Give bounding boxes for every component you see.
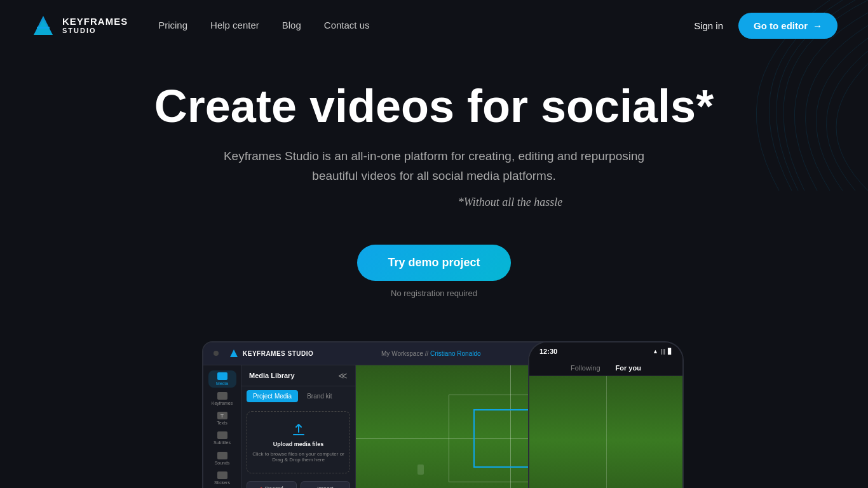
media-buttons: ● Record Import bbox=[241, 481, 355, 488]
sidebar-item-media[interactable]: Media bbox=[208, 370, 236, 388]
app-sidebar: Media Keyframes T Texts Subtitles bbox=[203, 365, 241, 488]
hero-subtitle: Keyframes Studio is an all-in-one platfo… bbox=[212, 147, 656, 186]
tab-project-media[interactable]: Project Media bbox=[247, 390, 298, 402]
import-button[interactable]: Import bbox=[301, 481, 351, 488]
mobile-video-content bbox=[529, 376, 682, 488]
nav-right: Sign in Go to editor → bbox=[694, 13, 837, 39]
media-panel: Media Library ≪ Project Media Brand kit … bbox=[241, 365, 356, 488]
subtitles-icon bbox=[217, 431, 227, 439]
mobile-video bbox=[529, 376, 682, 488]
close-media-panel-icon[interactable]: ≪ bbox=[338, 370, 348, 381]
record-button[interactable]: ● Record bbox=[247, 481, 297, 488]
mobile-status-icons: ▲ ||| ▊ bbox=[653, 348, 672, 355]
nav-link-help[interactable]: Help center bbox=[210, 20, 259, 30]
media-library-title: Media Library bbox=[249, 372, 295, 379]
svg-rect-2 bbox=[37, 27, 50, 29]
sounds-icon bbox=[217, 452, 227, 459]
nav-link-pricing[interactable]: Pricing bbox=[158, 20, 187, 30]
upload-area[interactable]: Upload media files Click to browse files… bbox=[247, 411, 350, 473]
sidebar-item-subtitles[interactable]: Subtitles bbox=[208, 430, 236, 447]
upload-icon bbox=[291, 422, 306, 437]
sidebar-item-sounds[interactable]: Sounds bbox=[208, 450, 236, 467]
navbar: KEYFRAMES STUDIO Pricing Help center Blo… bbox=[0, 0, 868, 51]
wifi-icon: ▲ bbox=[653, 348, 658, 355]
tab-following[interactable]: Following bbox=[571, 364, 600, 372]
sidebar-item-texts[interactable]: T Texts bbox=[208, 410, 236, 427]
logo-text: KEYFRAMES STUDIO bbox=[62, 17, 128, 35]
player-figure bbox=[417, 464, 424, 475]
keyframes-icon bbox=[217, 392, 227, 400]
stickers-icon bbox=[217, 471, 227, 479]
arrow-icon: → bbox=[813, 20, 822, 31]
nav-links: Pricing Help center Blog Contact us bbox=[158, 20, 369, 31]
try-demo-button[interactable]: Try demo project bbox=[357, 245, 510, 281]
mobile-mockup: 12:30 ▲ ||| ▊ Following For you bbox=[528, 341, 684, 488]
upload-subtitle: Click to browse files on your computer o… bbox=[252, 451, 344, 463]
svg-marker-3 bbox=[230, 349, 238, 357]
sign-in-button[interactable]: Sign in bbox=[694, 20, 723, 31]
media-panel-header: Media Library ≪ bbox=[241, 365, 355, 386]
breadcrumb: My Workspace // My Workspace // Cristian… bbox=[381, 350, 481, 357]
logo-sub: STUDIO bbox=[62, 27, 128, 34]
tab-brand-kit[interactable]: Brand kit bbox=[301, 390, 338, 402]
go-to-editor-button[interactable]: Go to editor → bbox=[738, 13, 837, 39]
logo-name: KEYFRAMES bbox=[62, 17, 128, 27]
app-logo-name: KEYFRAMES STUDIO bbox=[243, 350, 313, 357]
media-icon bbox=[217, 372, 227, 380]
media-tabs: Project Media Brand kit bbox=[241, 386, 355, 406]
sidebar-item-keyframes[interactable]: Keyframes bbox=[208, 390, 236, 407]
mobile-time: 12:30 bbox=[539, 348, 557, 355]
app-logo: KEYFRAMES STUDIO bbox=[229, 348, 313, 358]
signal-icon: ||| bbox=[661, 348, 665, 355]
battery-icon: ▊ bbox=[668, 348, 672, 355]
logo[interactable]: KEYFRAMES STUDIO bbox=[31, 13, 128, 38]
hero-tagline: *Without all the hassle bbox=[458, 196, 563, 209]
mobile-tabs: Following For you bbox=[529, 360, 682, 376]
hero-section: Create videos for socials* Keyframes Stu… bbox=[0, 51, 868, 329]
texts-icon: T bbox=[217, 412, 227, 419]
tab-for-you[interactable]: For you bbox=[616, 364, 641, 372]
mobile-notch: 12:30 ▲ ||| ▊ bbox=[529, 342, 682, 360]
no-registration-text: No registration required bbox=[0, 288, 868, 298]
sidebar-item-stickers[interactable]: Stickers bbox=[208, 470, 236, 487]
hero-title: Create videos for socials* bbox=[0, 81, 868, 132]
nav-link-contact[interactable]: Contact us bbox=[324, 20, 370, 30]
nav-link-blog[interactable]: Blog bbox=[282, 20, 301, 30]
mockup-section: KEYFRAMES STUDIO My Workspace // My Work… bbox=[0, 329, 868, 488]
upload-title: Upload media files bbox=[273, 441, 324, 447]
mobile-field-line bbox=[606, 376, 607, 488]
